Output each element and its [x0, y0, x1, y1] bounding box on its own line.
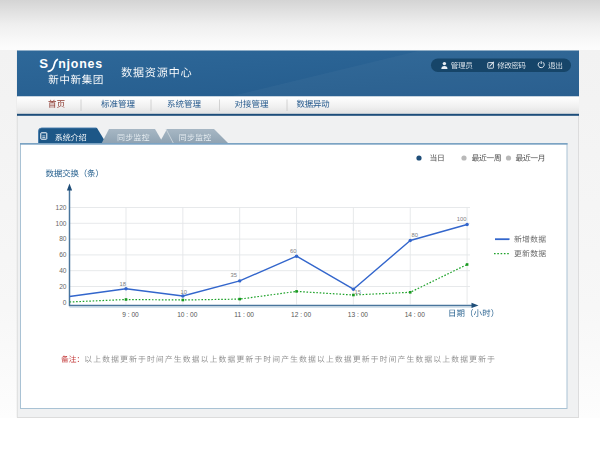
svg-text:9 : 00: 9 : 00: [122, 311, 139, 318]
svg-text:20: 20: [59, 283, 67, 290]
svg-text:100: 100: [457, 216, 467, 222]
svg-text:80: 80: [412, 232, 418, 238]
svg-text:60: 60: [59, 251, 67, 258]
svg-text:60: 60: [290, 248, 296, 254]
svg-text:15: 15: [355, 289, 361, 295]
svg-text:njones: njones: [58, 57, 103, 71]
svg-text:80: 80: [59, 235, 67, 242]
svg-text:18: 18: [120, 281, 126, 287]
svg-text:13 : 00: 13 : 00: [348, 311, 368, 318]
svg-text:0: 0: [63, 299, 67, 306]
svg-text:120: 120: [55, 204, 66, 211]
svg-text:100: 100: [55, 220, 66, 227]
svg-text:10: 10: [181, 289, 187, 295]
svg-text:40: 40: [59, 267, 67, 274]
svg-text:14 : 00: 14 : 00: [405, 311, 425, 318]
svg-text:11 : 00: 11 : 00: [234, 311, 254, 318]
svg-text:10 : 00: 10 : 00: [177, 311, 197, 318]
svg-text:35: 35: [231, 272, 237, 278]
svg-text:S: S: [39, 56, 48, 71]
svg-text:12 : 00: 12 : 00: [291, 311, 311, 318]
